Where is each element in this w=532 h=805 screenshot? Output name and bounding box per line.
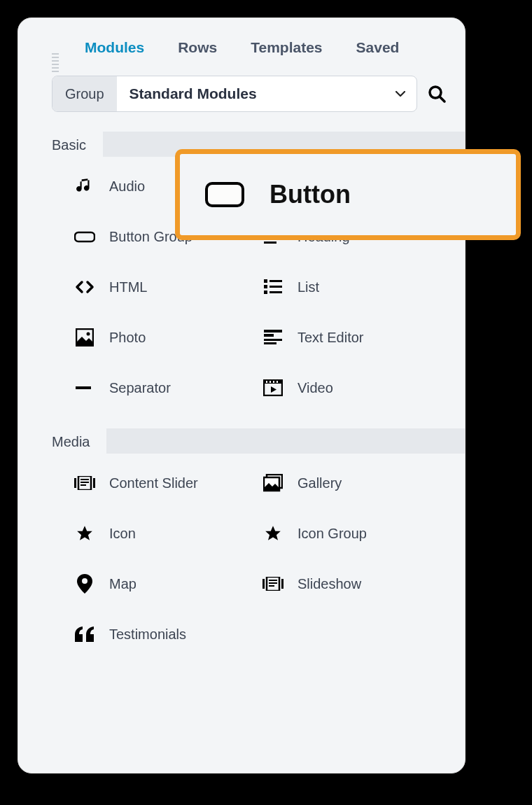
module-label: Icon bbox=[109, 526, 136, 542]
module-label: Text Editor bbox=[298, 330, 363, 346]
svg-rect-31 bbox=[80, 484, 86, 486]
list-icon bbox=[262, 277, 284, 297]
audio-icon bbox=[74, 176, 95, 196]
svg-rect-36 bbox=[281, 579, 284, 589]
module-map[interactable]: Map bbox=[74, 574, 262, 594]
module-list[interactable]: List bbox=[262, 277, 451, 297]
tab-modules[interactable]: Modules bbox=[85, 39, 144, 56]
module-photo[interactable]: Photo bbox=[74, 328, 262, 347]
svg-rect-35 bbox=[262, 579, 265, 589]
module-icon-group[interactable]: Icon Group bbox=[262, 524, 451, 543]
module-content-slider[interactable]: Content Slider bbox=[74, 473, 262, 493]
module-icon[interactable]: Icon bbox=[74, 524, 262, 543]
section-title: Media bbox=[18, 428, 106, 456]
group-label: Group bbox=[52, 76, 117, 111]
button-group-icon bbox=[74, 227, 95, 246]
panel-tabs: Modules Rows Templates Saved bbox=[18, 18, 465, 56]
module-label: Slideshow bbox=[298, 576, 361, 592]
module-label: Icon Group bbox=[298, 526, 367, 542]
svg-line-1 bbox=[440, 97, 444, 102]
svg-rect-24 bbox=[273, 381, 274, 383]
svg-rect-38 bbox=[269, 580, 277, 581]
module-label: Photo bbox=[109, 330, 146, 346]
svg-rect-10 bbox=[270, 286, 282, 288]
svg-rect-23 bbox=[270, 381, 271, 383]
svg-rect-25 bbox=[276, 381, 278, 383]
svg-rect-19 bbox=[76, 386, 91, 389]
svg-rect-27 bbox=[93, 478, 95, 488]
svg-rect-7 bbox=[264, 279, 267, 283]
svg-rect-9 bbox=[264, 285, 267, 288]
quote-icon bbox=[74, 624, 95, 644]
section-header-media: Media bbox=[18, 428, 465, 456]
module-label: Testimonials bbox=[109, 626, 186, 643]
section-filler bbox=[106, 428, 465, 454]
module-label: Content Slider bbox=[109, 475, 198, 491]
photo-icon bbox=[74, 328, 95, 347]
modules-panel: Modules Rows Templates Saved Group Stand… bbox=[18, 18, 465, 774]
svg-rect-30 bbox=[80, 482, 89, 483]
html-icon bbox=[74, 277, 95, 297]
svg-rect-40 bbox=[269, 585, 274, 587]
group-value: Standard Modules bbox=[117, 85, 384, 102]
tab-templates[interactable]: Templates bbox=[251, 39, 322, 56]
module-testimonials[interactable]: Testimonials bbox=[74, 624, 262, 644]
svg-rect-17 bbox=[264, 339, 282, 341]
module-label: Video bbox=[298, 380, 333, 396]
star-icon bbox=[74, 524, 95, 543]
module-video[interactable]: Video bbox=[262, 378, 451, 398]
section-title: Basic bbox=[18, 132, 103, 160]
module-slideshow[interactable]: Slideshow bbox=[262, 574, 451, 594]
module-label: Gallery bbox=[298, 475, 342, 491]
module-text-editor[interactable]: Text Editor bbox=[262, 328, 451, 347]
star-icon bbox=[262, 524, 284, 543]
module-label: HTML bbox=[109, 279, 147, 295]
module-label: List bbox=[298, 279, 319, 295]
svg-rect-12 bbox=[270, 291, 282, 293]
svg-rect-26 bbox=[74, 478, 76, 488]
highlighted-module-button[interactable]: Button bbox=[175, 149, 521, 240]
callout-label: Button bbox=[270, 180, 351, 209]
text-editor-icon bbox=[262, 328, 284, 347]
group-select[interactable]: Group Standard Modules bbox=[52, 76, 417, 112]
module-gallery[interactable]: Gallery bbox=[262, 473, 451, 493]
svg-rect-15 bbox=[264, 330, 282, 332]
button-icon bbox=[205, 182, 244, 207]
module-separator[interactable]: Separator bbox=[74, 378, 262, 398]
svg-rect-29 bbox=[80, 479, 89, 480]
gallery-icon bbox=[262, 473, 284, 493]
svg-point-34 bbox=[82, 578, 88, 584]
module-html[interactable]: HTML bbox=[74, 277, 262, 297]
content-slider-icon bbox=[74, 473, 95, 493]
module-grid-media: Content Slider Gallery Icon Icon Group M bbox=[18, 456, 465, 651]
module-label: Map bbox=[109, 576, 136, 592]
drag-handle-icon[interactable] bbox=[52, 53, 59, 78]
tab-saved[interactable]: Saved bbox=[356, 39, 400, 56]
chevron-down-icon bbox=[384, 91, 416, 97]
svg-rect-22 bbox=[266, 381, 267, 383]
svg-rect-2 bbox=[75, 232, 94, 241]
svg-rect-11 bbox=[264, 290, 267, 294]
map-pin-icon bbox=[74, 574, 95, 594]
svg-rect-18 bbox=[264, 342, 276, 344]
svg-rect-16 bbox=[264, 334, 274, 337]
tab-rows[interactable]: Rows bbox=[178, 39, 217, 56]
svg-rect-8 bbox=[270, 280, 282, 282]
toolbar: Group Standard Modules bbox=[52, 76, 448, 112]
search-icon[interactable] bbox=[426, 83, 448, 105]
svg-rect-39 bbox=[269, 582, 277, 584]
svg-rect-6 bbox=[264, 241, 276, 244]
separator-icon bbox=[74, 378, 95, 398]
slideshow-icon bbox=[262, 574, 284, 594]
module-label: Audio bbox=[109, 178, 145, 195]
module-label: Separator bbox=[109, 380, 171, 396]
svg-point-14 bbox=[87, 332, 90, 336]
video-icon bbox=[262, 378, 284, 398]
